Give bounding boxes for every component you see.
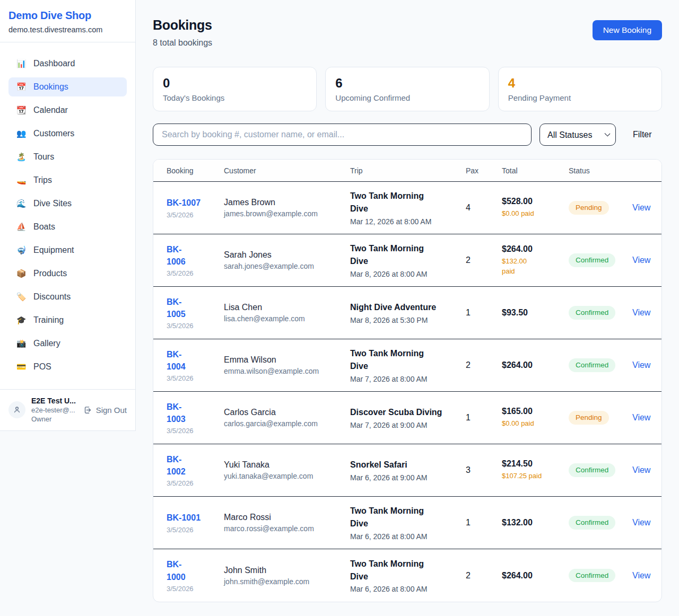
stat-card: 0 Today's Bookings xyxy=(153,67,317,111)
paid-amount: $107.25 paid xyxy=(502,471,569,481)
total-amount: $132.00 xyxy=(502,518,569,527)
booking-date: 3/5/2026 xyxy=(167,322,224,330)
search-input[interactable] xyxy=(153,124,532,146)
booking-id-link[interactable]: BK-1000 xyxy=(167,558,188,583)
view-link[interactable]: View xyxy=(632,465,650,474)
wave-icon: 🌊 xyxy=(16,199,27,208)
sidebar-item-label: Equipment xyxy=(33,245,74,255)
stat-card: 4 Pending Payment xyxy=(498,67,662,111)
pax-count: 4 xyxy=(466,203,502,213)
graduation-cap-icon: 🎓 xyxy=(16,315,27,325)
pax-count: 2 xyxy=(466,256,502,265)
sidebar-item-products[interactable]: 📦 Products xyxy=(8,264,127,283)
view-link[interactable]: View xyxy=(632,308,650,317)
view-link[interactable]: View xyxy=(632,256,650,265)
booking-date: 3/5/2026 xyxy=(167,479,224,487)
view-link[interactable]: View xyxy=(632,518,650,527)
pax-count: 2 xyxy=(466,571,502,580)
new-booking-button[interactable]: New Booking xyxy=(593,20,662,40)
column-header-customer: Customer xyxy=(224,166,350,175)
customer-email: lisa.chen@example.com xyxy=(224,314,350,323)
booking-id-link[interactable]: BK-1005 xyxy=(167,296,188,320)
sidebar-item-label: POS xyxy=(33,362,51,372)
trip-datetime: Mar 12, 2026 at 8:00 AM xyxy=(350,217,466,226)
sidebar-item-tours[interactable]: 🏝️ Tours xyxy=(8,147,127,166)
trip-name: Two Tank Morning Dive xyxy=(350,242,443,267)
trip-datetime: Mar 6, 2026 at 8:00 AM xyxy=(350,585,466,593)
status-badge: Pending xyxy=(569,411,609,425)
sidebar-item-label: Bookings xyxy=(33,82,68,92)
booking-id-link[interactable]: BK-1004 xyxy=(167,348,188,373)
total-amount: $214.50 xyxy=(502,459,569,469)
sidebar-nav: 📊 Dashboard 📅 Bookings 📆 Calendar 👥 Cust… xyxy=(0,42,135,389)
status-badge: Confirmed xyxy=(569,306,615,320)
booking-id-link[interactable]: BK-1002 xyxy=(167,453,188,478)
label-tag-icon: 🏷️ xyxy=(16,292,27,302)
sidebar-footer: E2E Test U... e2e-tester@... Owner Sign … xyxy=(0,389,135,430)
main-content: Bookings 8 total bookings New Booking 0 … xyxy=(153,0,662,602)
sidebar-item-bookings[interactable]: 📅 Bookings xyxy=(8,77,127,96)
view-link[interactable]: View xyxy=(632,203,650,212)
total-amount: $165.00 xyxy=(502,407,569,416)
sign-out-button[interactable]: Sign Out xyxy=(83,406,127,415)
sidebar-item-label: Dashboard xyxy=(33,59,75,68)
status-select-wrap: All Statuses xyxy=(539,124,616,146)
total-amount: $264.00 xyxy=(502,244,569,254)
sidebar-item-equipment[interactable]: 🤿 Equipment xyxy=(8,241,127,260)
view-link[interactable]: View xyxy=(632,571,650,580)
trip-name: Two Tank Morning Dive xyxy=(350,505,443,530)
status-filter-select[interactable]: All Statuses xyxy=(539,124,616,146)
sign-out-label: Sign Out xyxy=(96,406,127,415)
customer-name: Emma Wilson xyxy=(224,355,350,365)
customer-email: marco.rossi@example.com xyxy=(224,524,350,533)
stat-value: 0 xyxy=(163,76,307,91)
pax-count: 1 xyxy=(466,413,502,423)
paid-amount: $0.00 paid xyxy=(502,418,569,429)
sidebar-item-label: Discounts xyxy=(33,292,71,302)
column-header-total: Total xyxy=(502,166,569,175)
sidebar-item-dive-sites[interactable]: 🌊 Dive Sites xyxy=(8,194,127,213)
view-link[interactable]: View xyxy=(632,413,650,422)
trip-datetime: Mar 7, 2026 at 9:00 AM xyxy=(350,421,466,429)
column-header-booking: Booking xyxy=(167,166,224,175)
person-icon xyxy=(13,406,21,414)
total-amount: $264.00 xyxy=(502,571,569,580)
customer-name: Carlos Garcia xyxy=(224,408,350,417)
diving-mask-icon: 🤿 xyxy=(16,245,27,255)
view-link[interactable]: View xyxy=(632,360,650,369)
status-badge: Confirmed xyxy=(569,516,615,530)
trip-datetime: Mar 6, 2026 at 8:00 AM xyxy=(350,532,466,541)
booking-id-link[interactable]: BK-1006 xyxy=(167,243,188,268)
user-name: E2E Test U... xyxy=(31,397,78,405)
customer-email: yuki.tanaka@example.com xyxy=(224,472,350,480)
table-row: BK-1004 3/5/2026 Emma Wilson emma.wilson… xyxy=(153,339,661,392)
table-header-row: BookingCustomerTripPaxTotalStatus xyxy=(153,160,661,182)
table-row: BK-1003 3/5/2026 Carlos Garcia carlos.ga… xyxy=(153,392,661,444)
tear-off-calendar-icon: 📆 xyxy=(16,105,27,115)
stat-card: 6 Upcoming Confirmed xyxy=(325,67,489,111)
trip-datetime: Mar 7, 2026 at 8:00 AM xyxy=(350,375,466,383)
booking-id-link[interactable]: BK-1007 xyxy=(167,197,224,209)
paid-amount: $0.00 paid xyxy=(502,208,569,219)
sidebar-item-boats[interactable]: ⛵ Boats xyxy=(8,217,127,236)
trip-datetime: Mar 8, 2026 at 8:00 AM xyxy=(350,270,466,278)
pax-count: 3 xyxy=(466,465,502,475)
sidebar-item-label: Trips xyxy=(33,175,52,185)
booking-id-link[interactable]: BK-1001 xyxy=(167,512,224,524)
sidebar-item-dashboard[interactable]: 📊 Dashboard xyxy=(8,54,127,73)
sidebar-item-pos[interactable]: 💳 POS xyxy=(8,357,127,376)
sidebar-item-customers[interactable]: 👥 Customers xyxy=(8,124,127,143)
sidebar-item-calendar[interactable]: 📆 Calendar xyxy=(8,101,127,120)
sailboat-icon: ⛵ xyxy=(16,222,27,232)
sidebar-item-gallery[interactable]: 📸 Gallery xyxy=(8,334,127,353)
sidebar-item-training[interactable]: 🎓 Training xyxy=(8,311,127,330)
booking-id-link[interactable]: BK-1003 xyxy=(167,401,188,425)
sidebar-item-discounts[interactable]: 🏷️ Discounts xyxy=(8,287,127,306)
booking-date: 3/5/2026 xyxy=(167,374,224,382)
user-block: E2E Test U... e2e-tester@... Owner xyxy=(31,397,78,423)
trip-name: Two Tank Morning Dive xyxy=(350,558,443,583)
stat-value: 6 xyxy=(335,76,479,91)
customer-email: john.smith@example.com xyxy=(224,577,350,586)
sidebar-item-trips[interactable]: 🚤 Trips xyxy=(8,171,127,190)
filter-button[interactable]: Filter xyxy=(633,130,652,139)
